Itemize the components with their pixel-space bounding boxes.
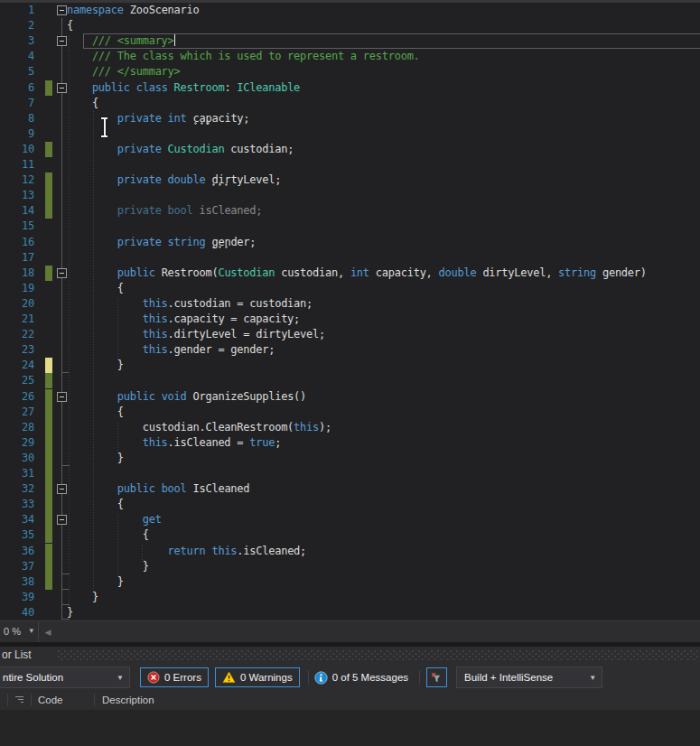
filter-mode-dropdown[interactable]: Build + IntelliSense ▼ xyxy=(456,667,602,688)
line-number[interactable]: 21 xyxy=(0,312,34,327)
code-line[interactable]: 28 custodian.CleanRestroom(this); xyxy=(0,420,700,435)
warnings-toggle-button[interactable]: 0 Warnings xyxy=(215,667,300,687)
line-number[interactable]: 5 xyxy=(0,64,34,79)
fold-collapse-icon[interactable] xyxy=(57,36,67,46)
fold-collapse-icon[interactable] xyxy=(57,83,67,93)
severity-column-header[interactable] xyxy=(8,690,31,710)
line-number[interactable]: 4 xyxy=(0,49,34,64)
code-line[interactable]: 3 /// <summary> xyxy=(0,33,700,49)
code-line[interactable]: 36 return this.isCleaned; xyxy=(0,544,700,559)
line-number[interactable]: 11 xyxy=(0,157,34,173)
line-number[interactable]: 27 xyxy=(0,405,34,420)
line-number[interactable]: 17 xyxy=(0,250,34,266)
code-line[interactable]: 39 } xyxy=(0,590,700,605)
code-line[interactable]: 38 } xyxy=(0,574,700,590)
zoom-level-dropdown[interactable]: 0 % ▾ xyxy=(0,621,39,643)
line-number[interactable]: 6 xyxy=(0,80,34,96)
fold-collapse-icon[interactable] xyxy=(57,5,67,15)
code-line[interactable]: 1namespace ZooScenario xyxy=(0,3,700,18)
code-line[interactable]: 18 public Restroom(Custodian custodian, … xyxy=(0,266,700,281)
line-number[interactable]: 19 xyxy=(0,281,34,296)
line-number[interactable]: 22 xyxy=(0,327,34,342)
code-line[interactable]: 22 this.dirtyLevel = dirtyLevel; xyxy=(0,327,700,342)
code-line[interactable]: 37 } xyxy=(0,559,700,574)
code-line[interactable]: 21 this.capacity = capacity; xyxy=(0,312,700,327)
line-number[interactable]: 36 xyxy=(0,544,34,559)
code-line[interactable]: 26 public void OrganizeSupplies() xyxy=(0,389,700,405)
fold-collapse-icon[interactable] xyxy=(57,484,67,494)
line-number[interactable]: 3 xyxy=(0,33,34,49)
line-number[interactable]: 29 xyxy=(0,435,34,451)
line-number[interactable]: 32 xyxy=(0,481,34,497)
line-number[interactable]: 26 xyxy=(0,389,34,405)
line-number[interactable]: 35 xyxy=(0,527,34,543)
code-line[interactable]: 6 public class Restroom: ICleanable xyxy=(0,80,700,96)
description-column-header[interactable]: Description xyxy=(95,690,700,710)
code-line[interactable]: 15 xyxy=(0,219,700,234)
code-line[interactable]: 35 { xyxy=(0,527,700,543)
code-line[interactable]: 23 this.gender = gender; xyxy=(0,342,700,358)
line-number[interactable]: 25 xyxy=(0,373,34,388)
line-number[interactable]: 30 xyxy=(0,451,34,466)
line-number[interactable]: 33 xyxy=(0,497,34,512)
code-line[interactable]: 2{ xyxy=(0,18,700,33)
code-line[interactable]: 10 private Custodian custodian; xyxy=(0,142,700,157)
error-grid-body[interactable] xyxy=(0,710,700,746)
code-line[interactable]: 13 xyxy=(0,188,700,203)
code-line[interactable]: 5 /// </summary> xyxy=(0,64,700,79)
code-line[interactable]: 24 } xyxy=(0,358,700,373)
line-number[interactable]: 13 xyxy=(0,188,34,203)
line-number[interactable]: 40 xyxy=(0,605,34,620)
line-number[interactable]: 39 xyxy=(0,590,34,605)
line-number[interactable]: 14 xyxy=(0,203,34,219)
line-number[interactable]: 24 xyxy=(0,358,34,373)
line-number[interactable]: 34 xyxy=(0,512,34,527)
line-number[interactable]: 37 xyxy=(0,559,34,574)
line-number[interactable]: 1 xyxy=(0,3,34,18)
line-number[interactable]: 8 xyxy=(0,111,34,126)
code-line[interactable]: 19 { xyxy=(0,281,700,296)
code-text: private double dirtyLevel; xyxy=(67,173,281,188)
fold-collapse-icon[interactable] xyxy=(57,515,67,525)
line-number[interactable]: 31 xyxy=(0,466,34,481)
line-number[interactable]: 23 xyxy=(0,342,34,358)
code-line[interactable]: 16 private string gender; xyxy=(0,235,700,250)
line-number[interactable]: 10 xyxy=(0,142,34,157)
code-column-header[interactable]: Code xyxy=(32,690,94,710)
code-line[interactable]: 34 get xyxy=(0,512,700,527)
line-number[interactable]: 2 xyxy=(0,18,34,33)
line-number[interactable]: 9 xyxy=(0,126,34,142)
scope-dropdown[interactable]: ntire Solution ▼ xyxy=(0,667,130,688)
code-line[interactable]: 7 { xyxy=(0,96,700,111)
code-line[interactable]: 11 xyxy=(0,157,700,173)
code-line[interactable]: 27 { xyxy=(0,405,700,420)
code-line[interactable]: 12 private double dirtyLevel; xyxy=(0,173,700,188)
fold-collapse-icon[interactable] xyxy=(57,392,67,402)
code-line[interactable]: 40} xyxy=(0,605,700,620)
line-number[interactable]: 38 xyxy=(0,574,34,590)
code-line[interactable]: 14 private bool isCleaned; xyxy=(0,203,700,219)
code-line[interactable]: 31 xyxy=(0,466,700,481)
line-number[interactable]: 12 xyxy=(0,173,34,188)
code-line[interactable]: 29 this.isCleaned = true; xyxy=(0,435,700,451)
code-editor[interactable]: 1namespace ZooScenario2{3 /// <summary>4… xyxy=(0,3,700,620)
scroll-left-arrow[interactable]: ◀ xyxy=(40,621,56,643)
line-number[interactable]: 16 xyxy=(0,235,34,250)
code-line[interactable]: 17 xyxy=(0,250,700,266)
line-number[interactable]: 28 xyxy=(0,420,34,435)
code-line[interactable]: 32 public bool IsCleaned xyxy=(0,481,700,497)
line-number[interactable]: 18 xyxy=(0,266,34,281)
errors-toggle-button[interactable]: 0 Errors xyxy=(140,667,209,687)
code-line[interactable]: 4 /// The class which is used to represe… xyxy=(0,49,700,64)
line-number[interactable]: 20 xyxy=(0,296,34,312)
code-line[interactable]: 30 } xyxy=(0,451,700,466)
clear-filter-button[interactable] xyxy=(426,667,447,687)
code-line[interactable]: 25 xyxy=(0,373,700,388)
line-number[interactable]: 15 xyxy=(0,219,34,234)
line-number[interactable]: 7 xyxy=(0,96,34,111)
fold-collapse-icon[interactable] xyxy=(57,268,67,278)
messages-toggle-button[interactable]: 0 of 5 Messages xyxy=(309,667,414,687)
code-line[interactable]: 20 this.custodian = custodian; xyxy=(0,296,700,312)
code-line[interactable]: 33 { xyxy=(0,497,700,512)
error-list-title-bar[interactable]: or List xyxy=(0,647,700,664)
